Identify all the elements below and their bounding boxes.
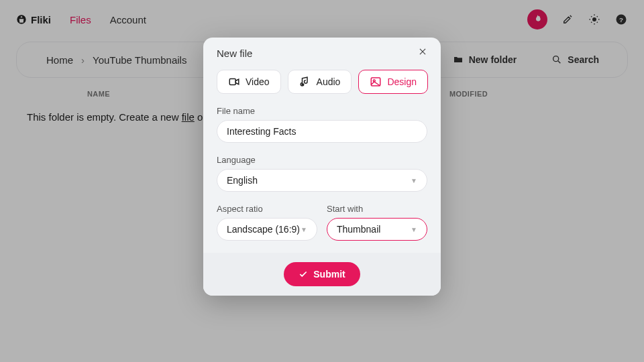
chevron-down-icon: ▼ — [301, 226, 307, 233]
type-tabs: Video Audio Design — [217, 70, 427, 94]
startwith-select[interactable]: Thumbnail ▼ — [327, 218, 427, 241]
tab-audio[interactable]: Audio — [288, 70, 352, 94]
chevron-down-icon: ▼ — [411, 177, 417, 184]
filename-label: File name — [217, 106, 427, 116]
close-icon — [418, 47, 427, 56]
check-icon — [299, 269, 308, 279]
aspect-label: Aspect ratio — [217, 204, 317, 214]
startwith-label: Start with — [327, 204, 427, 214]
filename-input[interactable] — [217, 120, 427, 143]
submit-label: Submit — [313, 269, 345, 280]
submit-button[interactable]: Submit — [284, 262, 360, 286]
audio-icon — [299, 76, 311, 88]
language-label: Language — [217, 155, 427, 165]
modal-overlay: New file Video Audio Design F — [0, 0, 644, 362]
new-file-modal: New file Video Audio Design F — [203, 38, 441, 296]
chevron-down-icon: ▼ — [411, 226, 417, 233]
design-icon — [370, 76, 382, 88]
video-icon — [228, 76, 240, 88]
svg-rect-4 — [229, 79, 235, 85]
close-button[interactable] — [418, 47, 427, 59]
svg-point-5 — [301, 83, 304, 86]
modal-title: New file — [217, 48, 252, 59]
tab-design[interactable]: Design — [358, 70, 428, 94]
language-select[interactable]: English ▼ — [217, 169, 427, 192]
tab-video[interactable]: Video — [217, 70, 281, 94]
aspect-select[interactable]: Landscape (16:9) ▼ — [217, 218, 317, 241]
